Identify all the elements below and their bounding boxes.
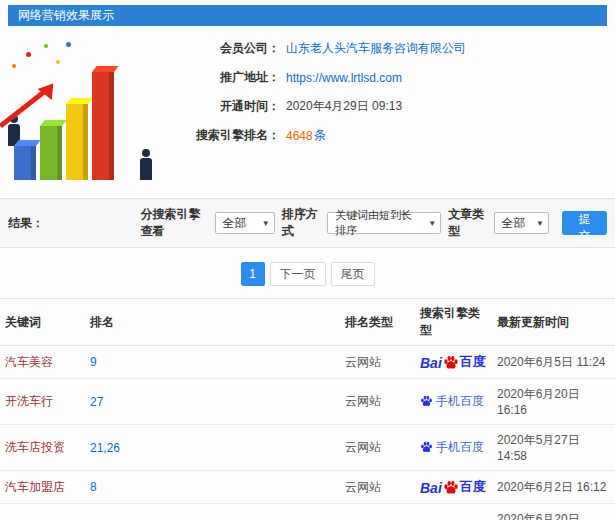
filter-bar: 结果： 分搜索引擎查看 全部 ▼ 排序方式 关键词由短到长排序 ▼ 文章类型 全… (0, 198, 615, 248)
filter-controls: 分搜索引擎查看 全部 ▼ 排序方式 关键词由短到长排序 ▼ 文章类型 全部 ▼ … (141, 206, 607, 240)
rank-type-cell: 云网站 (340, 425, 415, 471)
baidu-logo: Bai百度 (420, 353, 486, 371)
header-update-time: 最新更新时间 (492, 299, 615, 346)
header-engine-type: 搜索引擎类型 (415, 299, 492, 346)
update-time-cell: 2020年5月27日 14:58 (492, 425, 615, 471)
rank-type-cell: 云网站 (340, 379, 415, 425)
page: 网络营销效果展示 会员公司： 山东老人头汽车服务咨询有限公司 (0, 5, 615, 520)
article-type-label: 文章类型 (448, 206, 486, 240)
confetti-dot (44, 44, 48, 48)
result-label: 结果： (8, 215, 141, 232)
engine-cell: Bai百度 (415, 471, 492, 504)
last-page-button[interactable]: 尾页 (331, 262, 375, 286)
rank-value-link[interactable]: 9 (90, 355, 97, 369)
table-header-row: 关键词 排名 排名类型 搜索引擎类型 最新更新时间 (0, 299, 615, 346)
engine-cell: 手机百度 (415, 379, 492, 425)
keyword-cell: 开洗车行 (0, 379, 85, 425)
header-keyword: 关键词 (0, 299, 85, 346)
confetti-dot (66, 42, 71, 47)
update-time-cell: 2020年6月20日 16:11 (492, 504, 615, 520)
baidu-paw-icon (443, 480, 459, 496)
baidu-logo-cn: 百度 (460, 478, 486, 496)
rank-count-unit: 条 (314, 127, 326, 144)
rank-count-value: 4648 (286, 129, 313, 143)
sort-value: 关键词由短到长排序 (335, 208, 420, 238)
info-row-url: 推广地址： https://www.lrtlsd.com (170, 69, 615, 86)
results-table-body: 汽车美容9云网站Bai百度2020年6月5日 11:24开洗车行27云网站手机百… (0, 346, 615, 520)
rank-type-cell: 云网站 (340, 346, 415, 379)
table-row: 汽车加盟店8云网站Bai百度2020年6月2日 16:12 (0, 471, 615, 504)
open-time-value: 2020年4月29日 09:13 (286, 98, 402, 115)
rank-cell: 9 (85, 346, 340, 379)
rank-cell: 8 (85, 471, 340, 504)
info-row-rank-count: 搜索引擎排名： 4648条 (170, 127, 615, 144)
engine-filter-label: 分搜索引擎查看 (141, 206, 208, 240)
sort-select[interactable]: 关键词由短到长排序 ▼ (327, 212, 441, 234)
mobile-baidu-logo: 手机百度 (420, 439, 484, 456)
update-time-cell: 2020年6月5日 11:24 (492, 346, 615, 379)
table-row: 洗车店投资21,26云网站手机百度2020年5月27日 14:58 (0, 425, 615, 471)
baidu-logo: Bai百度 (420, 478, 486, 496)
bar-red (92, 72, 114, 180)
bar-blue (14, 146, 36, 180)
rank-cell: 21,26 (85, 425, 340, 471)
article-type-value: 全部 (502, 215, 526, 232)
header-rank: 排名 (85, 299, 340, 346)
table-row: 加盟洗车店25,28,28云网站手机百度2020年6月20日 16:11 (0, 504, 615, 520)
pagination: 1 下一页 尾页 (0, 248, 615, 298)
person-figure (140, 149, 152, 180)
baidu-logo-cn: 百度 (460, 353, 486, 371)
rank-value-link[interactable]: 8 (90, 480, 97, 494)
company-label: 会员公司： (170, 40, 280, 57)
chevron-down-icon: ▼ (428, 219, 436, 228)
engine-filter-select[interactable]: 全部 ▼ (215, 212, 275, 234)
baidu-logo-latin: Bai (420, 355, 442, 371)
mobile-baidu-logo: 手机百度 (420, 393, 484, 410)
next-page-button[interactable]: 下一页 (270, 262, 326, 286)
keyword-cell: 洗车店投资 (0, 425, 85, 471)
engine-cell: 手机百度 (415, 504, 492, 520)
info-row-open-time: 开通时间： 2020年4月29日 09:13 (170, 98, 615, 115)
header-bar: 网络营销效果展示 (8, 5, 607, 26)
bar-yellow (66, 104, 88, 180)
article-type-select[interactable]: 全部 ▼ (494, 212, 549, 234)
sort-label: 排序方式 (282, 206, 320, 240)
info-row-company: 会员公司： 山东老人头汽车服务咨询有限公司 (170, 40, 615, 57)
open-time-label: 开通时间： (170, 98, 280, 115)
header-rank-type: 排名类型 (340, 299, 415, 346)
confetti-dot (26, 52, 31, 57)
confetti-dot (56, 60, 60, 64)
keyword-cell: 汽车加盟店 (0, 471, 85, 504)
rank-value-link[interactable]: 21,26 (90, 441, 120, 455)
info-fields: 会员公司： 山东老人头汽车服务咨询有限公司 推广地址： https://www.… (170, 34, 615, 192)
rank-value-link[interactable]: 27 (90, 395, 103, 409)
mobile-baidu-label: 手机百度 (436, 393, 484, 410)
growth-bars (14, 72, 114, 180)
submit-button[interactable]: 提交 (562, 211, 607, 235)
promo-url-label: 推广地址： (170, 69, 280, 86)
bar-green (40, 126, 62, 180)
keyword-cell: 加盟洗车店 (0, 504, 85, 520)
marketing-bar-chart-illustration (0, 34, 170, 192)
results-table: 关键词 排名 排名类型 搜索引擎类型 最新更新时间 汽车美容9云网站Bai百度2… (0, 298, 615, 520)
keyword-cell: 汽车美容 (0, 346, 85, 379)
chevron-down-icon: ▼ (262, 219, 270, 228)
rank-type-cell: 云网站 (340, 471, 415, 504)
update-time-cell: 2020年6月2日 16:12 (492, 471, 615, 504)
info-section: 会员公司： 山东老人头汽车服务咨询有限公司 推广地址： https://www.… (0, 26, 615, 196)
update-time-cell: 2020年6月20日 16:16 (492, 379, 615, 425)
rank-type-cell: 云网站 (340, 504, 415, 520)
rank-count-label: 搜索引擎排名： (170, 127, 280, 144)
baidu-paw-icon (443, 355, 459, 371)
engine-filter-value: 全部 (223, 215, 247, 232)
baidu-paw-icon (420, 441, 433, 454)
page-number-current[interactable]: 1 (241, 262, 265, 286)
table-row: 开洗车行27云网站手机百度2020年6月20日 16:16 (0, 379, 615, 425)
confetti-dot (12, 64, 16, 68)
company-name-link[interactable]: 山东老人头汽车服务咨询有限公司 (286, 40, 466, 57)
promo-url-link[interactable]: https://www.lrtlsd.com (286, 71, 402, 85)
page-title: 网络营销效果展示 (18, 8, 114, 22)
baidu-logo-latin: Bai (420, 480, 442, 496)
table-row: 汽车美容9云网站Bai百度2020年6月5日 11:24 (0, 346, 615, 379)
chevron-down-icon: ▼ (536, 219, 544, 228)
